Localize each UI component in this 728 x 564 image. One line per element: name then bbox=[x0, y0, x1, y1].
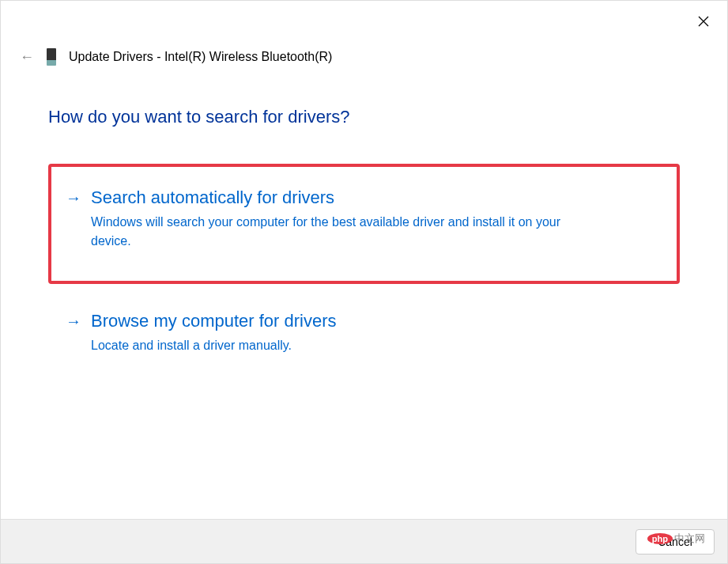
option-content: Browse my computer for drivers Locate an… bbox=[91, 309, 662, 355]
option-search-automatically[interactable]: → Search automatically for drivers Windo… bbox=[48, 164, 680, 284]
prompt-heading: How do you want to search for drivers? bbox=[48, 107, 350, 127]
close-button[interactable] bbox=[696, 13, 711, 29]
arrow-right-icon: → bbox=[66, 309, 81, 333]
option-title: Browse my computer for drivers bbox=[91, 309, 662, 333]
cancel-label: Cancel bbox=[658, 536, 692, 548]
arrow-right-icon: → bbox=[66, 186, 81, 210]
dialog-title: Update Drivers - Intel(R) Wireless Bluet… bbox=[69, 50, 332, 64]
dialog-header: ← Update Drivers - Intel(R) Wireless Blu… bbox=[20, 48, 332, 66]
option-description: Windows will search your computer for th… bbox=[91, 213, 597, 251]
cancel-button[interactable]: Cancel bbox=[636, 529, 715, 555]
option-title: Search automatically for drivers bbox=[91, 186, 662, 210]
back-arrow-icon: ← bbox=[20, 49, 34, 66]
option-description: Locate and install a driver manually. bbox=[91, 336, 597, 355]
dialog-footer: Cancel bbox=[1, 519, 727, 563]
option-content: Search automatically for drivers Windows… bbox=[91, 186, 662, 251]
option-browse-computer[interactable]: → Browse my computer for drivers Locate … bbox=[48, 303, 680, 355]
close-icon bbox=[698, 16, 709, 27]
device-icon bbox=[47, 48, 56, 66]
